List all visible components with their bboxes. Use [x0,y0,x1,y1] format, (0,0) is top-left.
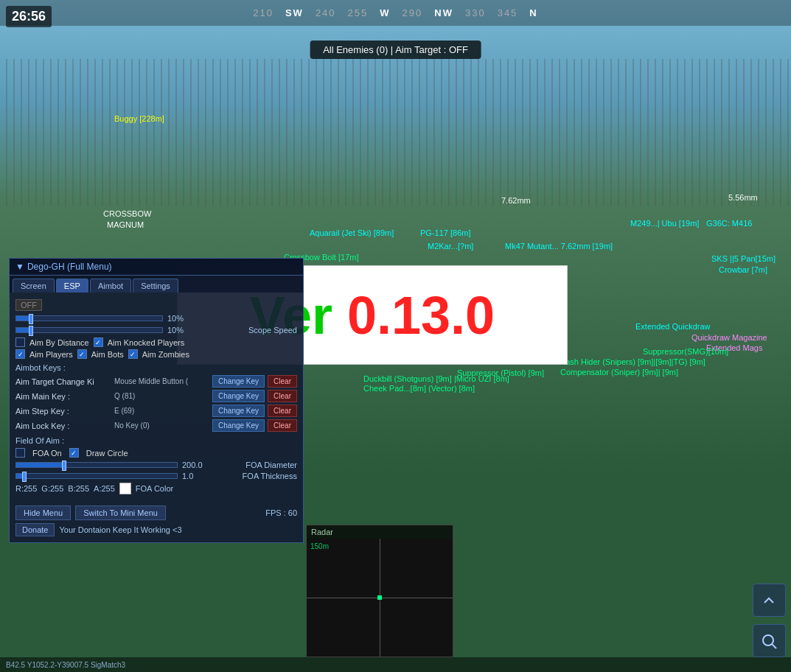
aimbot-slider2-track[interactable] [15,327,163,333]
game-label-m249: M249...| Ubu [19m] [630,219,699,228]
radar-title: Radar [307,525,453,539]
ver-number: 0.13.0 [347,286,495,345]
key-row-0: Aim Target Change Ki Mouse Middle Button… [15,375,297,388]
bottom-bar-text: B42.5 Y1052.2-Y39007.5 SigMatch3 [6,661,125,669]
game-label-compensator-smg: Suppressor(SMG)[10m] [643,347,728,356]
foa-title: Field Of Aim : [15,436,297,445]
game-label-m2kar: M2Kar...[?m] [428,242,473,251]
hud-timer: 26:56 [6,6,52,27]
foa-thickness-track[interactable] [15,473,178,479]
compass-sw: SW [285,7,304,18]
key-label-0: Aim Target Change Ki [15,377,111,386]
foa-diameter-label: FOA Diameter [245,461,297,469]
key-label-2: Aim Step Key : [15,407,111,416]
right-btn-up[interactable] [753,584,786,617]
menu-title-arrow: ▼ [15,262,24,272]
game-label-suppressor: Suppressor (Pistol) [9m] [457,368,544,377]
draw-circle-checkbox[interactable] [69,448,79,458]
foa-diameter-track[interactable] [15,462,178,468]
game-label-compensator-sniper: Compensator (Sniper) [9m]| [9m] [560,368,678,377]
game-label-flash-hider: Flash Hider (Snipers) [9m]|[9m]|TG) [9m] [559,357,705,366]
menu-title: Dego-GH (Full Menu) [27,262,112,272]
change-key-btn-2[interactable]: Change Key [212,405,265,417]
foa-diameter-val: 200.0 [182,461,208,469]
aim-bots-checkbox[interactable] [77,349,87,359]
foa-diameter-thumb[interactable] [62,461,66,471]
foa-color-g: G:255 [41,484,63,493]
tab-settings[interactable]: Settings [133,279,178,293]
foa-color-r: R:255 [15,484,37,493]
aim-players-label: Aim Players [29,350,73,359]
menu-footer: Hide Menu Switch To Mini Menu FPS : 60 [10,501,303,523]
aim-bots-label: Aim Bots [91,350,124,359]
foa-toggles: FOA On Draw Circle [15,448,297,458]
compass-n: N [529,7,537,18]
aimbot-off-badge: OFF [15,299,42,311]
foa-on-label: FOA On [32,449,62,458]
game-label-pg117: PG-117 [86m] [420,228,470,237]
compass-240: 240 [316,7,336,18]
aim-zombies-checkbox[interactable] [128,349,138,359]
foa-color-b: B:255 [68,484,89,493]
clear-key-btn-1[interactable]: Clear [268,390,297,402]
game-label-aquarail: Aquarail (Jet Ski) [89m] [310,228,394,237]
foa-color-label: FOA Color [136,484,173,493]
aim-knocked-checkbox[interactable] [94,337,103,347]
menu-body: OFF 10% 10% Scope Speed Aim By Distance … [10,293,303,501]
game-label-magnum-sign: MAGNUM [107,220,144,229]
compass-255: 255 [348,7,369,18]
aim-players-checkbox[interactable] [15,349,25,359]
hide-menu-button[interactable]: Hide Menu [15,505,71,520]
aimbot-toggle-row: OFF [15,299,297,311]
radar-distance: 150m [310,542,329,550]
key-label-1: Aim Main Key : [15,392,111,401]
clear-key-btn-3[interactable]: Clear [268,419,297,432]
aimbot-slider1-thumb[interactable] [29,314,33,324]
tab-esp[interactable]: ESP [56,279,88,293]
change-key-btn-0[interactable]: Change Key [212,375,265,388]
aimbot-slider2-val: 10% [167,326,193,335]
game-label-cheekpad: Cheek Pad...[8m] (Vector) [8m] [363,384,475,393]
compass-290: 290 [403,7,423,18]
key-value-1: Q (81) [114,392,209,400]
key-row-1: Aim Main Key : Q (81) Change Key Clear [15,390,297,402]
right-btn-search[interactable] [753,624,786,657]
radar-center-dot [377,595,382,600]
foa-on-checkbox[interactable] [15,448,25,458]
aim-by-distance-checkbox[interactable] [15,337,25,347]
tab-screen[interactable]: Screen [13,279,55,293]
aimbot-slider2-thumb[interactable] [29,326,33,336]
donate-row: Donate Your Dontaion Keep It Working <3 [10,523,303,539]
aim-options-row2: Aim Players Aim Bots Aim Zombies [15,349,297,359]
clear-key-btn-2[interactable]: Clear [268,405,297,417]
aim-target-banner: All Enemies (0) | Aim Target : OFF [310,41,481,59]
tab-aimbot[interactable]: Aimbot [90,279,131,293]
game-label-extended-quickdraw: Extended Quickdraw [635,322,711,331]
change-key-btn-1[interactable]: Change Key [212,390,265,402]
foa-diameter-row: 200.0 FOA Diameter [15,461,297,469]
compass-nw: NW [434,7,453,18]
foa-color-row: R:255 G:255 B:255 A:255 FOA Color [15,483,297,494]
foa-color-swatch[interactable] [119,483,131,494]
aim-by-distance-label: Aim By Distance [29,338,89,347]
radar-canvas: 150m [307,539,453,657]
game-label-buggy: Buggy [228m] [114,114,164,123]
compass-330: 330 [465,7,486,18]
change-key-btn-3[interactable]: Change Key [212,419,265,432]
scope-speed-label: Scope Speed [248,326,297,335]
svg-line-1 [773,644,777,648]
fence-overlay [0,59,791,206]
key-value-2: E (69) [114,407,209,415]
compass-345: 345 [498,7,518,18]
menu-title-bar: ▼ Dego-GH (Full Menu) [10,259,303,276]
foa-section: Field Of Aim : FOA On Draw Circle 200.0 … [15,436,297,494]
donate-button[interactable]: Donate [15,523,55,536]
aimbot-slider2-row: 10% Scope Speed [15,326,297,335]
game-label-mk47: Mk47 Mutant... 7.62mm [19m] [505,242,613,251]
clear-key-btn-0[interactable]: Clear [268,375,297,388]
switch-mini-button[interactable]: Switch To Mini Menu [75,505,166,520]
foa-thickness-row: 1.0 FOA Thickness [15,472,297,480]
foa-thickness-thumb[interactable] [22,472,27,482]
cheat-menu: ▼ Dego-GH (Full Menu) Screen ESP Aimbot … [9,258,304,543]
aimbot-slider1-track[interactable] [15,315,163,321]
